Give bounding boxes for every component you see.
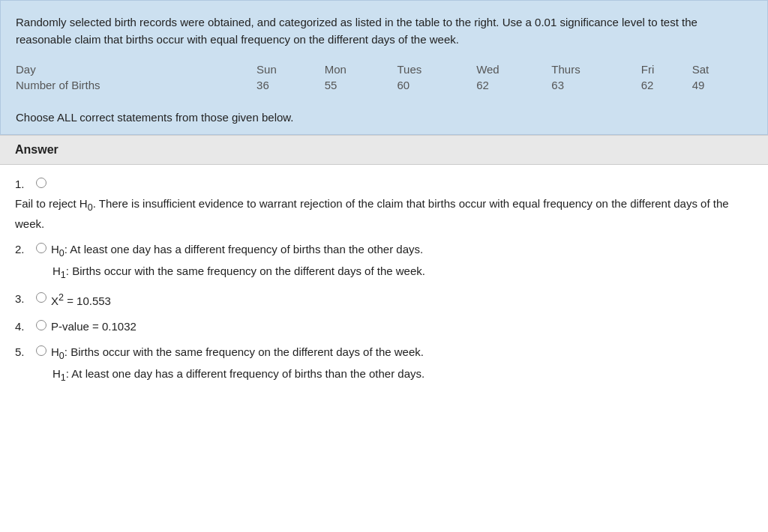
table-header-sat: Sat [692,61,752,77]
answer-number-4: 4. [15,318,32,336]
table-value-tues: 60 [397,77,476,93]
checkbox-5[interactable] [36,345,46,356]
data-table: Day Sun Mon Tues Wed Thurs Fri Sat Numbe… [16,61,752,93]
answer-header: Answer [0,135,768,165]
checkbox-4[interactable] [36,320,46,330]
answer-text-2a: H0: At least one day has a different fre… [51,241,423,261]
answer-item-3: 3. X2 = 10.553 [15,290,753,310]
answer-text-4: P-value = 0.1032 [51,318,136,336]
answer-text-5a: H0: Births occur with the same frequency… [51,343,424,363]
table-row-label-day: Day [16,61,256,77]
answer-section: 1. Fail to reject H0. There is insuffici… [0,165,768,403]
table-header-wed: Wed [476,61,551,77]
answer-item-2: 2. H0: At least one day has a different … [15,241,753,282]
table-value-sat: 49 [692,77,752,93]
answer-item-1: 1. Fail to reject H0. There is insuffici… [15,175,753,233]
table-header-mon: Mon [325,61,398,77]
table-value-mon: 55 [325,77,398,93]
answer-text-3: X2 = 10.553 [51,290,111,310]
answer-number-3: 3. [15,290,32,308]
question-description: Randomly selected birth records were obt… [16,14,752,48]
answer-number-2: 2. [15,241,32,259]
answer-number-5: 5. [15,343,32,361]
table-value-sun: 36 [256,77,325,93]
answer-text-5b: H1: At least one day has a different fre… [52,365,753,385]
table-header-fri: Fri [641,61,692,77]
table-header-thurs: Thurs [551,61,640,77]
answer-item-4: 4. P-value = 0.1032 [15,318,753,336]
answer-item-5: 5. H0: Births occur with the same freque… [15,343,753,385]
question-block: Randomly selected birth records were obt… [0,0,768,135]
table-header-sun: Sun [256,61,325,77]
answer-text-2b: H1: Births occur with the same frequency… [52,262,753,282]
table-value-wed: 62 [476,77,551,93]
answer-number-1: 1. [15,175,32,193]
answer-text-1: Fail to reject H0. There is insufficient… [15,195,753,233]
checkbox-1[interactable] [36,178,46,188]
checkbox-2[interactable] [36,243,46,253]
checkbox-3[interactable] [36,292,46,303]
instruction-text: Choose ALL correct statements from those… [16,103,752,124]
table-header-tues: Tues [397,61,476,77]
table-row-label-births: Number of Births [16,77,256,93]
table-value-thurs: 63 [551,77,640,93]
table-value-fri: 62 [641,77,692,93]
